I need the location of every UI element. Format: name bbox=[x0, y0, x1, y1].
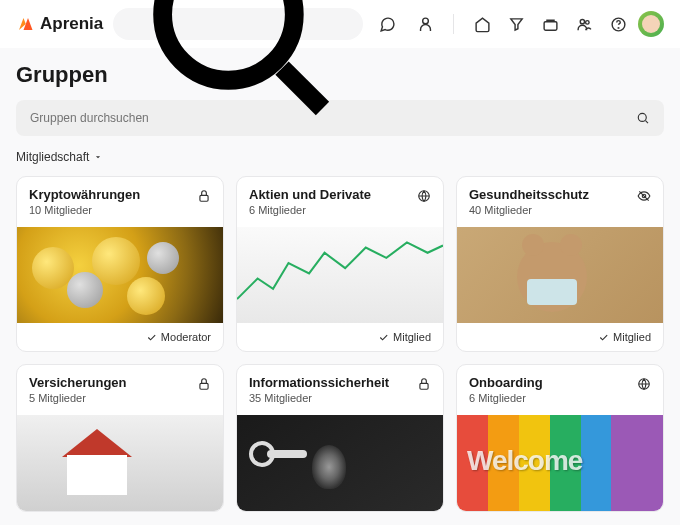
brand-logo[interactable]: Aprenia bbox=[16, 14, 103, 34]
svg-rect-12 bbox=[420, 383, 428, 389]
global-search[interactable] bbox=[113, 8, 363, 40]
group-role: Mitglied bbox=[457, 323, 663, 351]
check-icon bbox=[598, 332, 609, 343]
group-title: Versicherungen bbox=[29, 375, 127, 390]
group-title: Onboarding bbox=[469, 375, 543, 390]
top-bar: Aprenia bbox=[0, 0, 680, 48]
group-title: Gesundheitsschutz bbox=[469, 187, 589, 202]
chevron-down-icon bbox=[93, 152, 103, 162]
lock-icon bbox=[197, 189, 211, 203]
group-title: Aktien und Derivate bbox=[249, 187, 371, 202]
brand-name: Aprenia bbox=[40, 14, 103, 34]
group-role: Moderator bbox=[17, 323, 223, 351]
people-button[interactable] bbox=[411, 10, 439, 38]
group-members: 5 Mitglieder bbox=[29, 392, 127, 404]
welcome-text: Welcome bbox=[467, 445, 582, 477]
group-image bbox=[237, 227, 443, 323]
group-role: Mitglied bbox=[237, 323, 443, 351]
help-button[interactable] bbox=[604, 10, 632, 38]
svg-rect-2 bbox=[544, 21, 557, 30]
group-image bbox=[17, 227, 223, 323]
group-card[interactable]: Aktien und Derivate 6 Mitglieder Mitglie… bbox=[236, 176, 444, 352]
nav-icons bbox=[468, 10, 664, 38]
group-title: Kryptowährungen bbox=[29, 187, 140, 202]
logo-icon bbox=[16, 15, 34, 33]
check-icon bbox=[378, 332, 389, 343]
group-image: Welcome bbox=[457, 415, 663, 511]
user-avatar[interactable] bbox=[638, 11, 664, 37]
hidden-icon bbox=[637, 189, 651, 203]
lock-icon bbox=[417, 377, 431, 391]
archive-button[interactable] bbox=[536, 10, 564, 38]
svg-point-6 bbox=[618, 27, 619, 28]
svg-rect-8 bbox=[200, 195, 208, 201]
group-card[interactable]: Gesundheitsschutz 40 Mitglieder Mitglied bbox=[456, 176, 664, 352]
group-card[interactable]: Informationssicherheit 35 Mitglieder bbox=[236, 364, 444, 512]
svg-rect-11 bbox=[200, 383, 208, 389]
nav-divider bbox=[453, 14, 454, 34]
svg-point-4 bbox=[585, 20, 589, 24]
group-image bbox=[237, 415, 443, 511]
group-members: 35 Mitglieder bbox=[249, 392, 389, 404]
search-icon bbox=[636, 111, 650, 125]
groups-search-input[interactable] bbox=[30, 111, 636, 125]
chat-button[interactable] bbox=[373, 10, 401, 38]
lock-icon bbox=[197, 377, 211, 391]
groups-button[interactable] bbox=[570, 10, 598, 38]
filter-label: Mitgliedschaft bbox=[16, 150, 89, 164]
membership-filter[interactable]: Mitgliedschaft bbox=[16, 150, 664, 164]
page-content: Gruppen Mitgliedschaft Kryptowährungen 1… bbox=[0, 48, 680, 525]
svg-point-0 bbox=[163, 0, 295, 80]
filter-button[interactable] bbox=[502, 10, 530, 38]
globe-icon bbox=[637, 377, 651, 391]
home-button[interactable] bbox=[468, 10, 496, 38]
group-members: 40 Mitglieder bbox=[469, 204, 589, 216]
group-members: 10 Mitglieder bbox=[29, 204, 140, 216]
svg-point-3 bbox=[580, 19, 584, 23]
svg-point-7 bbox=[639, 113, 647, 121]
group-image bbox=[457, 227, 663, 323]
group-card[interactable]: Onboarding 6 Mitglieder Welcome bbox=[456, 364, 664, 512]
group-title: Informationssicherheit bbox=[249, 375, 389, 390]
group-members: 6 Mitglieder bbox=[469, 392, 543, 404]
svg-point-1 bbox=[422, 18, 428, 24]
group-image bbox=[17, 415, 223, 511]
group-card[interactable]: Kryptowährungen 10 Mitglieder Moderator bbox=[16, 176, 224, 352]
group-card[interactable]: Versicherungen 5 Mitglieder bbox=[16, 364, 224, 512]
groups-grid: Kryptowährungen 10 Mitglieder Moderator … bbox=[16, 176, 664, 512]
globe-icon bbox=[417, 189, 431, 203]
check-icon bbox=[146, 332, 157, 343]
group-members: 6 Mitglieder bbox=[249, 204, 371, 216]
